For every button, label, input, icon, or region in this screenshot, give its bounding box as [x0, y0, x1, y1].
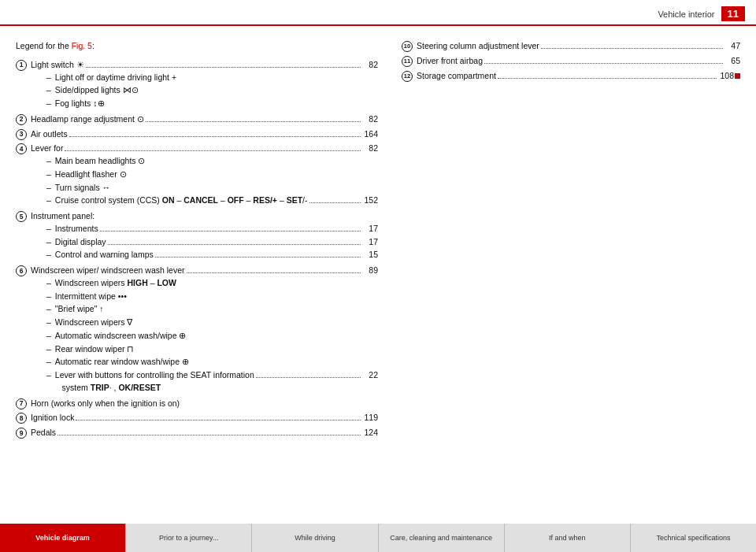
page-header: Vehicle interior 11: [0, 0, 756, 26]
sub-item: – Control and warning lamps 15: [31, 249, 378, 261]
entry-number: 2: [16, 114, 27, 125]
entry-number: 6: [16, 265, 27, 276]
sub-item: – Intermittent wipe •••: [31, 291, 378, 303]
legend-suffix: :: [92, 41, 94, 50]
nav-item-prior-to-journey[interactable]: Prior to a journey...: [126, 524, 252, 552]
page-ref: 164: [362, 128, 378, 141]
sub-label: Automatic rear window wash/wipe ⊕: [55, 356, 189, 369]
entry-number: 9: [16, 428, 27, 439]
page-ref: 119: [362, 412, 378, 424]
list-item: 12 Storage compartment 108: [402, 70, 740, 83]
dots: [65, 150, 361, 151]
entry-label: Driver front airbag: [417, 55, 483, 68]
entry-line: Steering column adjustment lever 47: [417, 40, 740, 53]
dots: [69, 136, 361, 137]
entry-label: Horn (works only when the ignition is on…: [31, 398, 180, 408]
dots: [309, 202, 361, 203]
entry-number: 4: [16, 143, 27, 154]
page-ref: 82: [362, 143, 378, 155]
sub-label: Instruments: [55, 223, 98, 235]
sub-item: – Automatic windscreen wash/wipe ⊕: [31, 330, 378, 343]
entry-number: 3: [16, 129, 27, 140]
sub-label: Main beam headlights ⊙: [55, 155, 146, 168]
sub-item: – Light off or daytime driving light +: [31, 72, 378, 84]
sub-item: – Rear window wiper ⊓: [31, 343, 378, 356]
sub-line: Digital display 17: [55, 236, 378, 249]
dots: [498, 78, 717, 79]
dots: [100, 231, 361, 232]
sub-item: – "Brief wipe" ↑: [31, 303, 378, 316]
dots: [57, 435, 361, 435]
dash: –: [46, 194, 51, 207]
entry-line: Ignition lock 119: [31, 412, 378, 424]
nav-item-if-and-when[interactable]: If and when: [505, 524, 631, 552]
section-end-marker: [735, 73, 740, 79]
entry-number: 1: [16, 60, 27, 71]
list-item: 6 Windscreen wiper/ windscreen wash leve…: [16, 265, 378, 395]
sub-item: – Lever with buttons for controlling the…: [31, 369, 378, 395]
dots: [155, 257, 361, 257]
main-content: Legend for the Fig. 5: 1 Light switch ☀ …: [0, 26, 756, 517]
page-ref: 89: [362, 265, 378, 277]
dash: –: [46, 277, 51, 290]
list-item: 8 Ignition lock 119: [16, 412, 378, 424]
sub-label: "Brief wipe" ↑: [55, 303, 104, 316]
sub-item: – Digital display 17: [31, 236, 378, 249]
entry-line: Instrument panel:: [31, 210, 378, 223]
entry-label: Instrument panel:: [31, 211, 94, 220]
sub-label: Lever with buttons for controlling the S…: [55, 369, 254, 395]
dots: [86, 67, 361, 68]
bottom-navigation: Vehicle diagram Prior to a journey... Wh…: [0, 524, 756, 552]
dash: –: [46, 98, 51, 110]
dots: [187, 272, 361, 273]
entry-line: Air outlets 164: [31, 128, 378, 141]
sub-label: Intermittent wipe •••: [55, 291, 127, 303]
entry-line: Light switch ☀ 82: [31, 59, 378, 72]
entry-number: 5: [16, 211, 27, 222]
entry-label: Air outlets: [31, 128, 68, 141]
entry-content: Ignition lock 119: [31, 412, 378, 424]
dots: [541, 48, 723, 49]
chapter-title: Vehicle interior: [658, 9, 714, 19]
dash: –: [46, 356, 51, 369]
nav-item-while-driving[interactable]: While driving: [252, 524, 378, 552]
dash: –: [46, 155, 51, 168]
nav-item-technical-specs[interactable]: Technical specifications: [631, 524, 756, 552]
nav-item-care-cleaning[interactable]: Care, cleaning and maintenance: [379, 524, 505, 552]
dots: [76, 420, 361, 420]
list-item: 7 Horn (works only when the ignition is …: [16, 398, 378, 410]
nav-label: If and when: [549, 534, 586, 542]
page-ref: 82: [362, 59, 378, 72]
nav-item-vehicle-diagram[interactable]: Vehicle diagram: [0, 524, 126, 552]
sub-item: – Windscreen wipers ∇: [31, 317, 378, 329]
sub-line: Lever with buttons for controlling the S…: [55, 369, 378, 395]
dash: –: [46, 84, 51, 97]
sub-label: Digital display: [55, 236, 106, 249]
sub-item: – Instruments 17: [31, 223, 378, 235]
list-item: 1 Light switch ☀ 82 – Light off or dayti…: [16, 59, 378, 111]
dots: [108, 244, 361, 245]
sub-item: – Turn signals ↔: [31, 182, 378, 194]
entry-line: Pedals 124: [31, 427, 378, 439]
page-ref: 47: [724, 40, 740, 53]
entry-line: Lever for 82: [31, 143, 378, 155]
list-item: 2 Headlamp range adjustment ⊙ 82: [16, 113, 378, 126]
entry-line: Headlamp range adjustment ⊙ 82: [31, 113, 378, 126]
sub-label: Cruise control system (CCS) ON – CANCEL …: [55, 194, 308, 207]
dash: –: [46, 369, 51, 382]
list-item: 3 Air outlets 164: [16, 128, 378, 141]
entry-number: 12: [402, 71, 413, 82]
fig-ref: Fig. 5: [72, 41, 92, 50]
dash: –: [46, 72, 51, 84]
page-ref: 15: [362, 249, 378, 261]
page-ref: 22: [362, 369, 378, 382]
entry-line: Driver front airbag 65: [417, 55, 740, 68]
entry-number: 7: [16, 398, 27, 409]
list-item: 5 Instrument panel: – Instruments 17 –: [16, 210, 378, 262]
sub-label: Turn signals ↔: [55, 182, 110, 194]
dash: –: [46, 330, 51, 343]
entry-number: 11: [402, 56, 413, 67]
entry-number: 8: [16, 413, 27, 424]
dots: [256, 377, 361, 378]
nav-label: Care, cleaning and maintenance: [390, 534, 492, 542]
